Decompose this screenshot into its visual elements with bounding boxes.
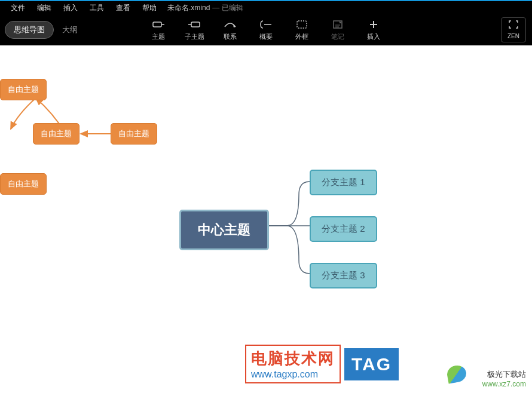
free-topic-node[interactable]: 自由主题 — [0, 79, 47, 100]
watermark-title: 电脑技术网 — [251, 348, 335, 369]
tool-boundary[interactable]: 外框 — [284, 16, 320, 44]
svg-rect-0 — [153, 22, 161, 27]
watermark-site-name: 极光下载站 — [487, 369, 526, 380]
branch-topic-node[interactable]: 分支主题 3 — [310, 263, 377, 288]
boundary-icon — [295, 19, 308, 30]
free-topic-node[interactable]: 自由主题 — [111, 123, 157, 145]
fullscreen-icon — [509, 20, 518, 31]
svg-rect-6 — [297, 21, 307, 28]
summary-icon — [259, 19, 273, 30]
menu-edit[interactable]: 编辑 — [31, 3, 57, 13]
document-filename: 未命名.xmind — [167, 3, 210, 13]
tool-label: 主题 — [152, 32, 165, 41]
watermark-tag: TAG — [344, 348, 399, 380]
tool-group: 主题 子主题 联系 概要 外框 — [140, 16, 392, 44]
zen-label: ZEN — [507, 33, 519, 39]
menu-tools[interactable]: 工具 — [84, 3, 110, 13]
tool-note[interactable]: 笔记 — [320, 16, 356, 44]
subtopic-icon — [188, 19, 201, 30]
branch-topic-node[interactable]: 分支主题 2 — [310, 216, 377, 242]
tool-insert[interactable]: 插入 — [356, 16, 392, 44]
menu-help[interactable]: 帮助 — [136, 3, 163, 13]
toolbar: 思维导图 大纲 主题 子主题 联系 概要 — [0, 14, 532, 45]
svg-rect-3 — [191, 22, 200, 27]
tool-label: 外框 — [295, 32, 308, 41]
tool-label: 概要 — [259, 32, 273, 41]
watermark-main: 电脑技术网 www.tagxp.com — [245, 345, 341, 383]
tool-label: 子主题 — [185, 32, 204, 41]
tool-label: 联系 — [224, 32, 237, 41]
watermark-logo-icon — [446, 364, 467, 383]
menu-insert[interactable]: 插入 — [57, 3, 84, 13]
central-topic-node[interactable]: 中心主题 — [179, 210, 269, 250]
menubar: 文件 编辑 插入 工具 查看 帮助 未命名.xmind — 已编辑 — [0, 1, 532, 14]
zen-button[interactable]: ZEN — [501, 17, 526, 42]
free-topic-node[interactable]: 自由主题 — [0, 173, 47, 195]
document-status: — 已编辑 — [212, 3, 243, 13]
tool-summary[interactable]: 概要 — [248, 16, 284, 44]
tool-label: 笔记 — [331, 32, 344, 41]
tool-topic[interactable]: 主题 — [140, 16, 176, 44]
relation-icon — [224, 19, 237, 30]
watermark-site: 极光下载站 www.xz7.com — [482, 369, 526, 388]
tool-relation[interactable]: 联系 — [212, 16, 248, 44]
topic-icon — [152, 19, 165, 30]
view-outline-button[interactable]: 大纲 — [62, 24, 78, 35]
watermark-url: www.tagxp.com — [251, 369, 318, 380]
mindmap-canvas[interactable]: 自由主题 自由主题 自由主题 自由主题 中心主题 分支主题 1 分支主题 2 分… — [0, 45, 532, 393]
menu-file[interactable]: 文件 — [5, 3, 31, 13]
menu-view[interactable]: 查看 — [110, 3, 136, 13]
watermark: 电脑技术网 www.tagxp.com TAG — [245, 345, 399, 383]
branch-topic-node[interactable]: 分支主题 1 — [310, 170, 377, 195]
view-mindmap-button[interactable]: 思维导图 — [5, 21, 54, 39]
note-icon — [331, 19, 344, 30]
view-switch: 思维导图 大纲 — [5, 21, 78, 39]
tool-label: 插入 — [367, 32, 380, 41]
watermark-site-url: www.xz7.com — [482, 380, 526, 388]
tool-subtopic[interactable]: 子主题 — [176, 16, 212, 44]
insert-icon — [367, 19, 380, 30]
free-topic-node[interactable]: 自由主题 — [33, 123, 80, 145]
